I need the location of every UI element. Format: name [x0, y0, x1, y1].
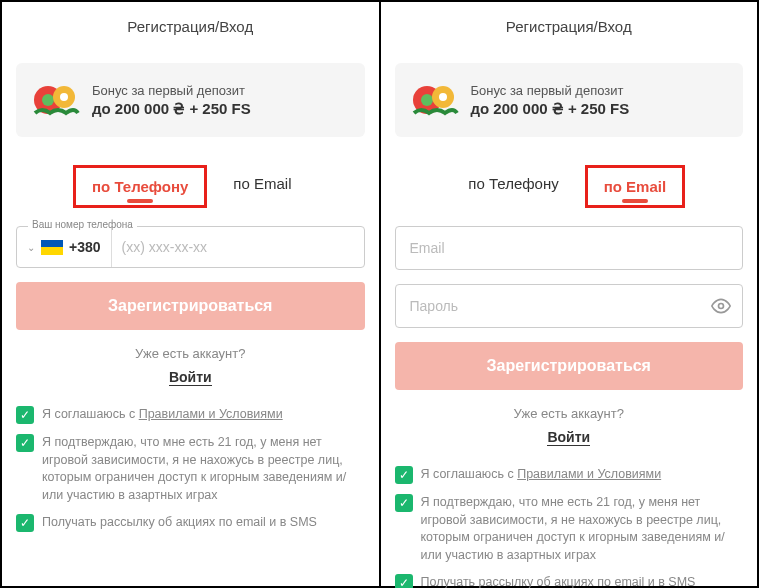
- register-button[interactable]: Зарегистрироваться: [16, 282, 365, 330]
- check-age: ✓ Я подтверждаю, что мне есть 21 год, у …: [395, 494, 744, 564]
- bonus-icon: [409, 75, 459, 125]
- age-text: Я подтверждаю, что мне есть 21 год, у ме…: [421, 494, 744, 564]
- bonus-line1: Бонус за первый депозит: [92, 83, 251, 98]
- bonus-line1: Бонус за первый депозит: [471, 83, 630, 98]
- check-age: ✓ Я подтверждаю, что мне есть 21 год, у …: [16, 434, 365, 504]
- age-text: Я подтверждаю, что мне есть 21 год, у ме…: [42, 434, 365, 504]
- bonus-banner: Бонус за первый депозит до 200 000 ₴ + 2…: [395, 63, 744, 137]
- terms-link[interactable]: Правилами и Условиями: [517, 467, 661, 481]
- already-text: Уже есть аккаунт?: [395, 406, 744, 421]
- tab-email[interactable]: по Email: [585, 165, 685, 208]
- tabs: по Телефону по Email: [16, 165, 365, 208]
- check-terms: ✓ Я соглашаюсь с Правилами и Условиями: [395, 466, 744, 484]
- phone-label: Ваш номер телефона: [28, 219, 137, 230]
- email-field[interactable]: [395, 226, 744, 270]
- phone-field-wrap: Ваш номер телефона ⌄ +380: [16, 226, 365, 268]
- checkbox-promo[interactable]: ✓: [395, 574, 413, 588]
- tabs: по Телефону по Email: [395, 165, 744, 208]
- terms-prefix: Я соглашаюсь с: [421, 467, 518, 481]
- phone-number-input[interactable]: [112, 239, 364, 255]
- checkbox-terms[interactable]: ✓: [395, 466, 413, 484]
- svg-point-3: [60, 93, 68, 101]
- register-panel-email: Регистрация/Вход Бонус за первый депозит…: [381, 2, 758, 586]
- checkbox-age[interactable]: ✓: [16, 434, 34, 452]
- check-promo: ✓ Получать рассылку об акциях по email и…: [395, 574, 744, 588]
- svg-point-5: [421, 94, 433, 106]
- checkbox-promo[interactable]: ✓: [16, 514, 34, 532]
- bonus-banner: Бонус за первый депозит до 200 000 ₴ + 2…: [16, 63, 365, 137]
- password-field[interactable]: [395, 284, 744, 328]
- bonus-icon: [30, 75, 80, 125]
- promo-text: Получать рассылку об акциях по email и в…: [42, 514, 317, 532]
- svg-point-8: [719, 304, 724, 309]
- chevron-down-icon: ⌄: [27, 242, 35, 253]
- page-title: Регистрация/Вход: [16, 18, 365, 35]
- country-selector[interactable]: ⌄ +380: [17, 227, 112, 267]
- bonus-line2: до 200 000 ₴ + 250 FS: [92, 100, 251, 118]
- promo-text: Получать рассылку об акциях по email и в…: [421, 574, 696, 588]
- flag-ukraine-icon: [41, 240, 63, 255]
- checkbox-terms[interactable]: ✓: [16, 406, 34, 424]
- check-terms: ✓ Я соглашаюсь с Правилами и Условиями: [16, 406, 365, 424]
- password-wrap: [395, 284, 744, 342]
- tab-phone[interactable]: по Телефону: [73, 165, 207, 208]
- login-link[interactable]: Войти: [547, 429, 590, 446]
- login-link[interactable]: Войти: [169, 369, 212, 386]
- already-text: Уже есть аккаунт?: [16, 346, 365, 361]
- bonus-line2: до 200 000 ₴ + 250 FS: [471, 100, 630, 118]
- page-title: Регистрация/Вход: [395, 18, 744, 35]
- phone-prefix: +380: [69, 239, 101, 255]
- checkbox-age[interactable]: ✓: [395, 494, 413, 512]
- svg-point-1: [42, 94, 54, 106]
- svg-point-7: [439, 93, 447, 101]
- eye-icon[interactable]: [711, 296, 731, 320]
- phone-input-group: ⌄ +380: [16, 226, 365, 268]
- register-button[interactable]: Зарегистрироваться: [395, 342, 744, 390]
- terms-prefix: Я соглашаюсь с: [42, 407, 139, 421]
- tab-email[interactable]: по Email: [217, 165, 307, 208]
- tab-phone[interactable]: по Телефону: [452, 165, 574, 208]
- terms-link[interactable]: Правилами и Условиями: [139, 407, 283, 421]
- register-panel-phone: Регистрация/Вход Бонус за первый депозит…: [2, 2, 381, 586]
- check-promo: ✓ Получать рассылку об акциях по email и…: [16, 514, 365, 532]
